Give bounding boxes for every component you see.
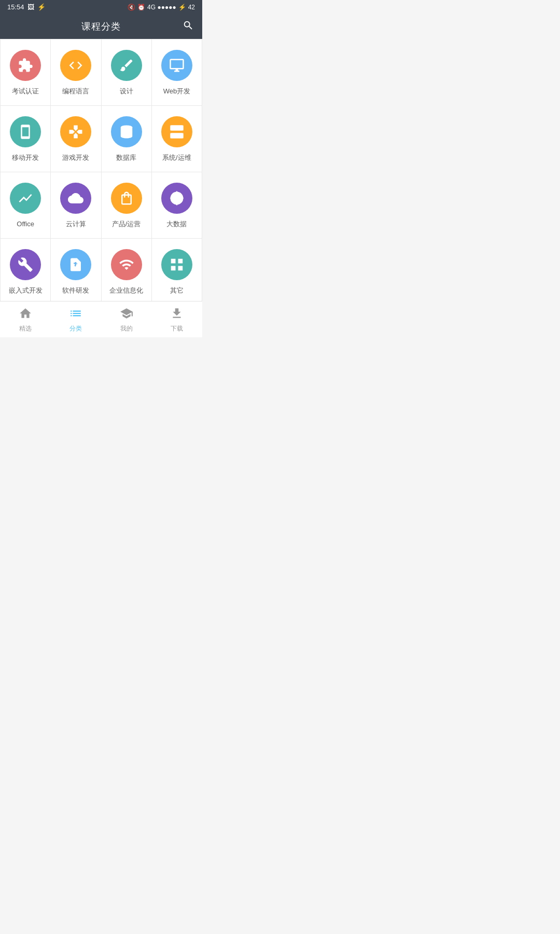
tab-label-download: 下载 [171, 324, 183, 333]
category-icon-software [60, 249, 91, 280]
tab-bar: 精选分类我的下载 [0, 301, 202, 337]
category-item-sysops[interactable]: 系统/运维 [152, 106, 202, 172]
tab-icon-mine [120, 307, 133, 322]
category-icon-webdev [161, 50, 192, 81]
tab-icon-home [19, 307, 32, 322]
tab-icon-category [69, 307, 82, 322]
category-label-enterprise: 企业信息化 [109, 286, 143, 295]
category-item-database[interactable]: 数据库 [102, 106, 152, 172]
category-icon-exam [10, 50, 41, 81]
category-item-webdev[interactable]: Web开发 [152, 39, 202, 106]
category-icon-enterprise [111, 249, 142, 280]
status-usb-icon: ⚡ [37, 3, 46, 11]
category-icon-design [111, 50, 142, 81]
category-icon-bigdata [161, 183, 192, 214]
category-grid-container: 考试认证编程语言设计Web开发移动开发游戏开发数据库系统/运维Office云计算… [0, 39, 202, 301]
status-battery: 42 [188, 4, 195, 11]
category-label-programming: 编程语言 [62, 87, 89, 96]
category-label-product: 产品/运营 [112, 220, 141, 229]
tab-label-mine: 我的 [120, 324, 133, 333]
category-item-cloud[interactable]: 云计算 [51, 172, 101, 239]
category-item-software[interactable]: 软件研发 [51, 239, 101, 301]
category-label-bigdata: 大数据 [166, 220, 187, 229]
category-item-other[interactable]: 其它 [152, 239, 202, 301]
tab-item-home[interactable]: 精选 [0, 301, 51, 337]
search-icon[interactable] [183, 20, 194, 34]
category-label-mobile: 移动开发 [12, 154, 39, 162]
category-item-mobile[interactable]: 移动开发 [1, 106, 51, 172]
category-icon-sysops [161, 116, 192, 147]
tab-item-category[interactable]: 分类 [51, 301, 102, 337]
svg-rect-10 [171, 266, 176, 270]
category-label-other: 其它 [170, 286, 184, 295]
category-icon-office [10, 183, 41, 214]
category-item-enterprise[interactable]: 企业信息化 [102, 239, 152, 301]
category-label-office: Office [17, 220, 34, 229]
category-item-bigdata[interactable]: 大数据 [152, 172, 202, 239]
top-nav: 课程分类 [0, 14, 202, 39]
status-alarm-icon: ⏰ [137, 4, 145, 11]
tab-item-mine[interactable]: 我的 [101, 301, 152, 337]
category-icon-product [111, 183, 142, 214]
category-icon-embedded [10, 249, 41, 280]
status-time: 15:54 [7, 3, 24, 11]
tab-label-category: 分类 [69, 324, 82, 333]
tab-icon-download [170, 307, 184, 322]
category-icon-mobile [10, 116, 41, 147]
status-right: 🔇 ⏰ 4G ●●●●● ⚡ 42 [128, 4, 195, 11]
category-grid: 考试认证编程语言设计Web开发移动开发游戏开发数据库系统/运维Office云计算… [0, 39, 202, 301]
category-item-game[interactable]: 游戏开发 [51, 106, 101, 172]
category-icon-database [111, 116, 142, 147]
category-item-programming[interactable]: 编程语言 [51, 39, 101, 106]
category-icon-cloud [60, 183, 91, 214]
status-network: 4G ●●●●● [147, 4, 176, 11]
page-title: 课程分类 [81, 20, 121, 33]
category-label-game: 游戏开发 [62, 154, 89, 162]
category-label-cloud: 云计算 [66, 220, 86, 229]
category-item-exam[interactable]: 考试认证 [1, 39, 51, 106]
category-icon-other [161, 249, 192, 280]
status-charge-icon: ⚡ [178, 4, 186, 11]
svg-rect-8 [178, 258, 183, 263]
status-bar: 15:54 🖼 ⚡ 🔇 ⏰ 4G ●●●●● ⚡ 42 [0, 0, 202, 14]
tab-item-download[interactable]: 下载 [152, 301, 203, 337]
category-item-product[interactable]: 产品/运营 [102, 172, 152, 239]
category-icon-game [60, 116, 91, 147]
status-mute-icon: 🔇 [128, 4, 135, 11]
category-item-embedded[interactable]: 嵌入式开发 [1, 239, 51, 301]
category-label-sysops: 系统/运维 [162, 154, 191, 162]
status-left: 15:54 🖼 ⚡ [7, 3, 46, 11]
tab-label-home: 精选 [19, 324, 32, 333]
category-item-design[interactable]: 设计 [102, 39, 152, 106]
category-label-software: 软件研发 [62, 286, 89, 295]
category-label-webdev: Web开发 [163, 87, 191, 96]
category-label-database: 数据库 [116, 154, 136, 162]
category-label-exam: 考试认证 [12, 87, 39, 96]
category-item-office[interactable]: Office [1, 172, 51, 239]
category-label-embedded: 嵌入式开发 [9, 286, 43, 295]
status-photo-icon: 🖼 [27, 3, 34, 11]
svg-rect-7 [171, 258, 176, 263]
category-label-design: 设计 [120, 87, 133, 96]
category-icon-programming [60, 50, 91, 81]
svg-rect-9 [178, 266, 183, 270]
